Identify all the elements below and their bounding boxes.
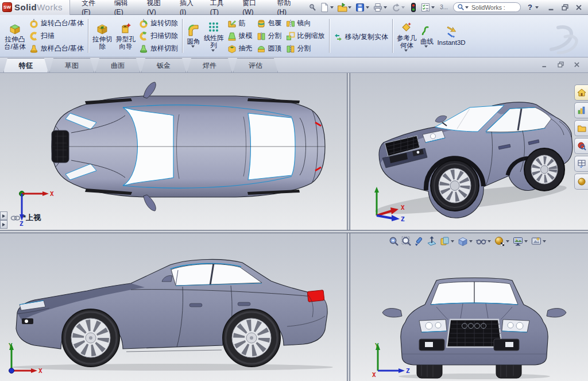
doc-minimize-button[interactable] bbox=[539, 60, 550, 69]
save-button[interactable] bbox=[354, 2, 372, 13]
rebuild-button[interactable] bbox=[408, 2, 419, 13]
search-text[interactable]: SolidWorks : bbox=[471, 4, 505, 11]
svg-text:X: X bbox=[38, 367, 42, 375]
lofted-boss-icon bbox=[29, 44, 39, 54]
viewport-isometric-view[interactable]: X Z bbox=[350, 73, 588, 230]
previous-view-icon[interactable] bbox=[413, 236, 425, 247]
display-style-icon[interactable] bbox=[457, 236, 474, 247]
undo-button[interactable] bbox=[390, 2, 407, 13]
viewport-front-view[interactable]: Y Z X bbox=[350, 233, 588, 381]
tab-surfaces[interactable]: 曲面 bbox=[95, 58, 140, 72]
curves-label: 曲线 bbox=[420, 38, 434, 45]
revolved-boss-label: 旋转凸台/基体 bbox=[41, 18, 84, 28]
move-copy-button[interactable]: 移动/复制实体 bbox=[332, 31, 390, 44]
split-button[interactable]: 分割 bbox=[255, 30, 284, 43]
doc-close-button[interactable] bbox=[571, 60, 582, 69]
extruded-boss-button[interactable]: 拉伸凸 台/基体 bbox=[2, 21, 28, 52]
instant3d-label: Instant3D bbox=[437, 39, 465, 47]
swept-cut-label: 扫描切除 bbox=[150, 31, 178, 41]
curves-button[interactable]: 曲线 bbox=[418, 23, 435, 49]
tab-evaluate[interactable]: 评估 bbox=[233, 58, 278, 72]
tab-features[interactable]: 特征 bbox=[3, 58, 48, 72]
swept-boss-label: 扫描 bbox=[41, 31, 55, 41]
file-explorer-tab[interactable] bbox=[574, 120, 588, 136]
solidworks-search-tab[interactable] bbox=[574, 138, 588, 154]
iso-front-wheel bbox=[431, 160, 479, 211]
appearances-tab[interactable] bbox=[574, 174, 588, 190]
lofted-cut-button[interactable]: 放样切割 bbox=[137, 43, 180, 55]
hole-wizard-label1: 异型孔 bbox=[116, 36, 136, 43]
fillet-label: 圆角 bbox=[187, 38, 200, 45]
swept-cut-icon bbox=[138, 31, 149, 41]
view-palette-tab[interactable] bbox=[574, 156, 588, 172]
open-document-button[interactable] bbox=[336, 2, 354, 13]
revolved-cut-icon bbox=[138, 18, 149, 29]
hole-wizard-button[interactable]: 异型孔 向导 bbox=[114, 21, 138, 52]
flyout-expand-button[interactable] bbox=[0, 211, 7, 220]
restore-button[interactable] bbox=[558, 2, 572, 13]
draft-button[interactable]: 拔模 bbox=[226, 30, 255, 43]
options-button[interactable] bbox=[420, 2, 437, 13]
fillet-button[interactable]: 圆角 bbox=[185, 23, 202, 49]
wrap-label: 包覆 bbox=[268, 18, 282, 28]
viewport-splitter-vertical[interactable] bbox=[347, 73, 350, 381]
view-orientation-icon[interactable] bbox=[439, 236, 456, 247]
search-box[interactable]: SolidWorks : bbox=[453, 2, 521, 12]
app-logo: SW SolidWorks bbox=[0, 0, 70, 15]
close-button[interactable] bbox=[572, 2, 586, 13]
extruded-cut-button[interactable]: 拉伸切 除 bbox=[91, 21, 114, 52]
solidworks-window: SW SolidWorks 文件(F) 编辑(E) 视图(V) 插入(I) 工具… bbox=[0, 0, 588, 381]
revolved-cut-button[interactable]: 旋转切除 bbox=[137, 17, 180, 30]
doc-restore-button[interactable] bbox=[555, 60, 566, 69]
reference-geometry-icon bbox=[400, 21, 413, 34]
print-button[interactable] bbox=[372, 2, 389, 13]
rib-button[interactable]: 筋 bbox=[226, 17, 255, 30]
view-settings-icon[interactable] bbox=[531, 236, 548, 247]
swept-boss-icon bbox=[29, 31, 39, 41]
dome-button[interactable]: 圆顶 bbox=[255, 43, 284, 55]
toolbar-overflow[interactable]: 3... bbox=[440, 4, 448, 10]
svg-text:Y: Y bbox=[9, 342, 13, 349]
dome-label: 圆顶 bbox=[268, 44, 282, 53]
revolved-boss-button[interactable]: 旋转凸台/基体 bbox=[28, 17, 86, 30]
tab-sketch[interactable]: 草图 bbox=[49, 58, 94, 72]
swept-cut-button[interactable]: 扫描切除 bbox=[137, 30, 180, 43]
tab-sheet-metal[interactable]: 钣金 bbox=[141, 58, 186, 72]
linear-pattern-button[interactable]: 线性阵 列 bbox=[202, 20, 226, 53]
section-view-icon[interactable] bbox=[426, 236, 438, 247]
shell-button[interactable]: 抽壳 bbox=[226, 43, 255, 55]
app-name-light: Works bbox=[37, 2, 63, 12]
zoom-to-fit-icon[interactable] bbox=[388, 236, 400, 247]
apply-scene-icon[interactable] bbox=[512, 236, 529, 247]
side-front-wheel bbox=[62, 309, 119, 367]
swept-boss-button[interactable]: 扫描 bbox=[28, 30, 86, 43]
scale-button[interactable]: 比例缩放 bbox=[284, 30, 327, 43]
mirror-button[interactable]: 镜向 bbox=[284, 17, 327, 30]
pin-icon[interactable] bbox=[307, 2, 318, 13]
flyout-expand-all-button[interactable] bbox=[0, 220, 7, 229]
new-document-button[interactable] bbox=[319, 2, 336, 13]
hide-show-items-icon[interactable] bbox=[475, 236, 493, 247]
shell-label: 抽壳 bbox=[239, 44, 253, 53]
reference-geometry-button[interactable]: 参考几 何体 bbox=[395, 20, 419, 53]
extruded-cut-label2: 除 bbox=[99, 43, 106, 51]
minimize-button[interactable] bbox=[544, 2, 558, 13]
split2-button[interactable]: 分割 bbox=[284, 43, 327, 55]
help-button[interactable]: ? bbox=[526, 3, 534, 11]
shell-icon bbox=[227, 44, 237, 54]
feature-tree-flyout bbox=[0, 211, 7, 229]
design-library-tab[interactable] bbox=[574, 102, 588, 118]
viewport-splitter-horizontal[interactable] bbox=[0, 230, 588, 233]
hole-wizard-icon bbox=[119, 22, 133, 36]
solidworks-resources-tab[interactable] bbox=[574, 84, 588, 101]
tab-weldments[interactable]: 焊件 bbox=[187, 58, 232, 72]
instant3d-button[interactable]: Instant3D bbox=[435, 24, 467, 48]
wrap-button[interactable]: 包覆 bbox=[255, 17, 284, 30]
lofted-boss-button[interactable]: 放样凸台/基体 bbox=[28, 43, 86, 55]
fillet-icon bbox=[187, 24, 200, 38]
triad-front-view: Y Z X bbox=[370, 341, 413, 379]
iso-rear-wheel bbox=[524, 148, 564, 191]
zoom-to-area-icon[interactable] bbox=[401, 236, 412, 247]
viewport-side-view[interactable]: Y X bbox=[0, 233, 347, 381]
edit-appearance-icon[interactable] bbox=[494, 236, 511, 247]
